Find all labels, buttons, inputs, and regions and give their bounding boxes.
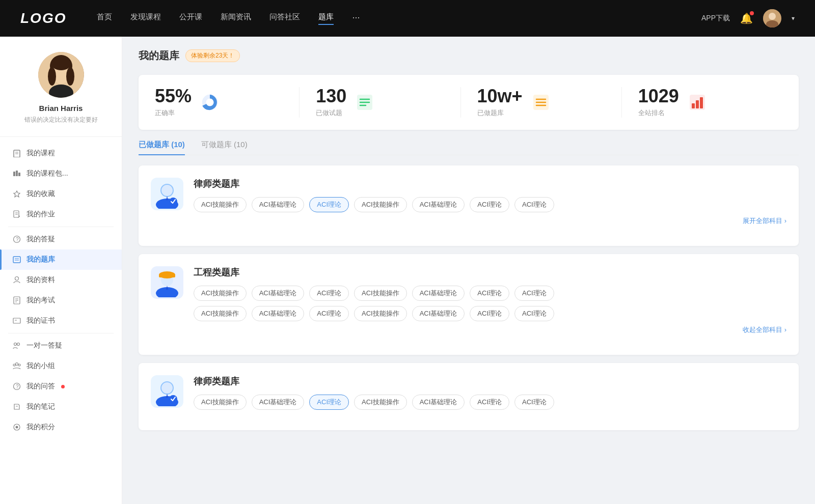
sidebar-item-label: 我的题库: [26, 255, 55, 264]
bank-tag[interactable]: ACI理论: [309, 306, 349, 321]
page-header: 我的题库 体验剩余23天！: [139, 49, 799, 63]
stat-rank: 1029 全站排名: [621, 87, 782, 118]
logo[interactable]: LOGO: [20, 10, 66, 26]
bank-tag[interactable]: ACI技能操作: [194, 286, 247, 301]
bank-tag[interactable]: ACI基础理论: [412, 306, 465, 321]
page-layout: Brian Harris 错误的决定比没有决定要好 我的课程 我的课程包...: [0, 37, 815, 504]
bank-tag[interactable]: ACI理论: [309, 286, 349, 301]
tab-available-banks[interactable]: 可做题库 (10): [201, 140, 248, 155]
svg-point-68: [161, 382, 173, 394]
svg-marker-16: [14, 191, 20, 197]
user-name: Brian Harris: [10, 104, 112, 113]
notification-bell[interactable]: 🔔: [740, 12, 753, 24]
sidebar-item-question-bank[interactable]: 我的题库: [0, 249, 122, 270]
homework-icon: [12, 210, 21, 219]
bank-tag[interactable]: ACI技能操作: [194, 197, 247, 212]
bank-section-engineer1: 工程类题库 ACI技能操作 ACI基础理论 ACI理论 ACI技能操作 ACI基…: [139, 254, 799, 355]
sidebar-item-one-on-one[interactable]: 一对一答疑: [0, 335, 122, 356]
bank-tags-engineer1-row2: ACI技能操作 ACI基础理论 ACI理论 ACI技能操作 ACI基础理论 AC…: [194, 306, 786, 321]
question-bank-icon: [12, 255, 21, 264]
stat-done-banks-label: 已做题库: [477, 108, 523, 118]
sidebar-item-label: 我的收藏: [26, 189, 55, 199]
sidebar-item-my-qa[interactable]: ? 我的问答: [0, 376, 122, 397]
bank-tag[interactable]: ACI技能操作: [194, 395, 247, 410]
nav-opencourse[interactable]: 公开课: [179, 12, 202, 25]
bank-tag[interactable]: ACI理论: [514, 286, 554, 301]
bank-tag[interactable]: ACI理论: [514, 197, 554, 212]
svg-point-58: [161, 185, 173, 196]
sidebar-item-course-package[interactable]: 我的课程包...: [0, 163, 122, 184]
qa-notification-dot: [61, 385, 65, 388]
sidebar-item-my-course[interactable]: 我的课程: [0, 143, 122, 163]
sidebar-item-favorites[interactable]: 我的收藏: [0, 184, 122, 204]
stat-done-questions-label: 已做试题: [316, 108, 346, 118]
bank-tag[interactable]: ACI基础理论: [412, 286, 465, 301]
bank-tags-lawyer1: ACI技能操作 ACI基础理论 ACI理论 ACI技能操作 ACI基础理论 AC…: [194, 197, 786, 212]
sidebar-item-notes[interactable]: 我的笔记: [0, 397, 122, 417]
stat-done-banks-values: 10w+ 已做题库: [477, 87, 523, 118]
sidebar-item-exam[interactable]: 我的考试: [0, 290, 122, 311]
bank-collapse-engineer1[interactable]: 收起全部科目 ›: [194, 325, 786, 334]
bank-tag[interactable]: ACI基础理论: [412, 197, 465, 212]
bank-tag[interactable]: ACI理论: [470, 286, 509, 301]
bar-chart-red-icon: [688, 93, 707, 111]
sidebar-item-label: 我的笔记: [26, 402, 55, 411]
bank-tag-active[interactable]: ACI理论: [309, 395, 349, 410]
exam-icon: [12, 296, 21, 305]
tab-done-banks[interactable]: 已做题库 (10): [139, 140, 185, 155]
sidebar-item-label: 我的答疑: [26, 235, 55, 244]
user-menu-chevron[interactable]: ▾: [792, 15, 795, 22]
one-on-one-icon: [12, 341, 21, 350]
bank-tag[interactable]: ACI基础理论: [412, 395, 465, 410]
svg-point-25: [15, 277, 19, 281]
bank-tag[interactable]: ACI技能操作: [354, 395, 407, 410]
list-green-icon: [356, 93, 374, 111]
sidebar: Brian Harris 错误的决定比没有决定要好 我的课程 我的课程包...: [0, 37, 122, 504]
bank-tag[interactable]: ACI技能操作: [354, 197, 407, 212]
nav-more[interactable]: ···: [352, 12, 360, 25]
bank-tag[interactable]: ACI基础理论: [252, 306, 305, 321]
bank-expand-lawyer1[interactable]: 展开全部科目 ›: [194, 216, 786, 226]
sidebar-item-profile[interactable]: 我的资料: [0, 270, 122, 290]
stat-accuracy-values: 55% 正确率: [155, 87, 192, 118]
sidebar-item-label: 我的积分: [26, 423, 55, 432]
sidebar-item-homework[interactable]: 我的作业: [0, 204, 122, 225]
stat-done-questions-value: 130: [316, 87, 346, 105]
bank-tag[interactable]: ACI技能操作: [354, 286, 407, 301]
avatar-photo: [38, 52, 84, 98]
bank-tag-active[interactable]: ACI理论: [309, 197, 349, 212]
profile-avatar: [38, 52, 84, 98]
stat-done-banks-value: 10w+: [477, 87, 523, 105]
bank-tag[interactable]: ACI理论: [470, 306, 509, 321]
stat-rank-label: 全站排名: [638, 108, 679, 118]
sidebar-item-points[interactable]: 我的积分: [0, 417, 122, 437]
bank-tag[interactable]: ACI理论: [514, 306, 554, 321]
sidebar-item-qa[interactable]: ? 我的答疑: [0, 229, 122, 249]
bank-tag[interactable]: ACI理论: [514, 395, 554, 410]
sidebar-item-certificate[interactable]: 我的证书: [0, 311, 122, 331]
svg-point-36: [18, 364, 20, 366]
sidebar-item-group[interactable]: 我的小组: [0, 356, 122, 376]
stat-rank-values: 1029 全站排名: [638, 87, 679, 118]
course-package-icon: [12, 169, 21, 178]
tab-bar: 已做题库 (10) 可做题库 (10): [139, 140, 799, 155]
bank-tag[interactable]: ACI理论: [470, 197, 509, 212]
bank-avatar-lawyer: [151, 178, 183, 210]
avatar[interactable]: [763, 9, 781, 27]
nav-discover[interactable]: 发现课程: [130, 12, 161, 25]
bank-tag[interactable]: ACI技能操作: [194, 306, 247, 321]
bank-tag[interactable]: ACI理论: [470, 395, 509, 410]
bank-tag[interactable]: ACI基础理论: [252, 197, 305, 212]
sidebar-item-label: 我的课程包...: [26, 169, 68, 178]
bank-tag[interactable]: ACI技能操作: [354, 306, 407, 321]
bank-header-engineer1: 工程类题库 ACI技能操作 ACI基础理论 ACI理论 ACI技能操作 ACI基…: [151, 266, 786, 334]
svg-point-7: [48, 67, 56, 86]
nav-news[interactable]: 新闻资讯: [221, 12, 251, 25]
svg-point-32: [14, 343, 17, 346]
nav-bank[interactable]: 题库: [318, 12, 334, 25]
bank-tag[interactable]: ACI基础理论: [252, 395, 305, 410]
nav-home[interactable]: 首页: [97, 12, 112, 25]
bank-tag[interactable]: ACI基础理论: [252, 286, 305, 301]
app-download-button[interactable]: APP下载: [701, 14, 730, 23]
nav-qa[interactable]: 问答社区: [269, 12, 300, 25]
